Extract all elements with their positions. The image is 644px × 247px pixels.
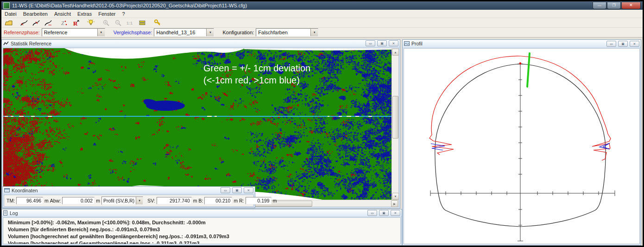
zoom-out-icon — [114, 19, 122, 26]
statistik-maximize-button[interactable] — [377, 40, 387, 46]
abw-label: Abw: — [50, 198, 61, 203]
r-label: R: — [239, 198, 244, 203]
log-line: Minimum [>0.00%]: -0.062m, Maximum [<100… — [8, 219, 400, 226]
menu-extras[interactable]: Extras — [74, 11, 95, 17]
compare-phase-value: Handheld_13_16 — [154, 30, 206, 35]
statistik-titlebar[interactable]: Statistik Reference — [2, 40, 400, 47]
zoom-1to1-icon: 1:1 — [126, 20, 134, 26]
log-minimize-button[interactable] — [367, 210, 377, 216]
statistik-body: Green = +/- 1cm deviation (<-1cm red, >1… — [3, 48, 399, 207]
log-titlebar[interactable]: Log — [2, 209, 402, 217]
profil-close-button[interactable] — [630, 41, 639, 47]
config-select[interactable]: Falschfarben ▼ — [256, 28, 318, 37]
koordinaten-window: Koordinaten TM: 96.496 m Abw: 0.002 m Pr… — [2, 186, 255, 208]
b-label: B: — [199, 198, 203, 203]
interpolate-button[interactable]: Z — [57, 18, 69, 28]
scroll-right-icon[interactable]: ▶ — [391, 200, 398, 207]
menu-datei[interactable]: Datei — [1, 11, 20, 17]
scroll-down-icon[interactable]: ▼ — [392, 193, 399, 200]
koordinaten-minimize-button[interactable] — [221, 187, 230, 193]
log-title: Log — [10, 210, 18, 216]
reference-phase-select[interactable]: Reference ▼ — [42, 28, 105, 37]
config-value: Falschfarben — [256, 30, 310, 35]
chevron-down-icon[interactable]: ▼ — [206, 29, 214, 36]
abw-value-field[interactable]: 0.002 — [62, 197, 95, 204]
zoom-1to1-button[interactable]: 1:1 — [124, 18, 136, 28]
log-maximize-button[interactable] — [379, 210, 389, 216]
statistik-icon — [3, 41, 9, 46]
crown-point — [519, 63, 522, 65]
maximize-button[interactable] — [607, 2, 621, 9]
sv-value-field[interactable]: 2917.740 — [157, 197, 192, 204]
statistik-minimize-button[interactable] — [366, 40, 375, 46]
open-folder-icon — [5, 19, 13, 26]
vertical-scrollbar[interactable]: ▲ ▼ — [391, 48, 398, 200]
b-value-field[interactable]: 00.210 — [204, 197, 232, 204]
statistik-close-button[interactable] — [389, 40, 398, 46]
deviation-heatmap[interactable] — [3, 48, 391, 200]
svg-text:1:1: 1:1 — [126, 21, 133, 25]
log-icon — [3, 210, 8, 215]
menu-help[interactable]: ? — [119, 11, 128, 17]
tm-value-field[interactable]: 96.496 — [16, 197, 43, 204]
vertical-scroll-thumb[interactable] — [392, 96, 398, 139]
abw-unit: m — [96, 198, 100, 203]
bulb-icon — [87, 19, 95, 26]
koordinaten-body: TM: 96.496 m Abw: 0.002 m Profil (SV,B,R… — [4, 195, 254, 207]
chevron-down-icon[interactable]: ▼ — [136, 197, 143, 204]
key-button[interactable] — [152, 18, 164, 28]
coordinate-mode-select[interactable]: Profil (SV,B,R) ▼ — [101, 196, 143, 205]
light-button[interactable] — [85, 18, 97, 28]
report-button[interactable]: R — [69, 18, 82, 28]
profil-minimize-button[interactable] — [606, 41, 616, 47]
app-icon — [3, 2, 10, 9]
profile-line-red-icon — [32, 19, 40, 26]
sv-unit: m — [193, 198, 197, 203]
menu-bar: Datei Bearbeiten Ansicht Extras Fenster … — [1, 10, 643, 18]
legend-button[interactable] — [136, 18, 148, 28]
profile-tool-1-button[interactable] — [18, 18, 30, 28]
koordinaten-titlebar[interactable]: Koordinaten — [3, 187, 255, 194]
zoom-in-button[interactable] — [100, 18, 112, 28]
profile-line-dash-icon — [44, 19, 52, 26]
coordinate-mode-value: Profil (SV,B,R) — [102, 198, 136, 203]
reference-phase-value: Reference — [42, 30, 97, 35]
log-close-button[interactable] — [391, 210, 400, 216]
left-overbreak-spike — [429, 135, 454, 155]
r-value-field[interactable]: 0.199 — [246, 197, 271, 204]
compare-phase-select[interactable]: Handheld_13_16 ▼ — [154, 28, 214, 37]
svg-text:R: R — [73, 20, 78, 26]
tm-label: TM: — [6, 198, 15, 203]
koordinaten-close-button[interactable] — [244, 187, 253, 193]
window-frame: 11-WS (E:\Dibit5\DataTest\Handheld\2012-… — [1, 1, 643, 246]
close-button[interactable] — [621, 2, 641, 9]
profile-tool-3-button[interactable] — [42, 18, 54, 28]
scroll-up-icon[interactable]: ▲ — [392, 49, 399, 56]
profil-titlebar[interactable]: Profil — [403, 40, 641, 48]
menu-bearbeiten[interactable]: Bearbeiten — [20, 11, 51, 17]
koordinaten-maximize-button[interactable] — [232, 187, 242, 193]
profil-icon — [404, 41, 410, 46]
statistik-window: Statistik Reference Green = +/- 1cm devi… — [1, 39, 400, 209]
chevron-down-icon[interactable]: ▼ — [97, 29, 105, 36]
annotation-line-1: Green = +/- 1cm deviation — [203, 62, 310, 74]
statistik-title: Statistik Reference — [11, 41, 51, 46]
profile-tool-2-button[interactable] — [30, 18, 42, 28]
tunnel-profile-plot[interactable] — [404, 49, 640, 244]
zoom-out-button[interactable] — [112, 18, 124, 28]
koordinaten-title: Koordinaten — [12, 188, 38, 193]
minimize-button[interactable] — [593, 2, 606, 9]
reference-phase-label: Referenzphase: — [4, 30, 40, 35]
window-title: 11-WS (E:\Dibit5\DataTest\Handheld\2012-… — [12, 3, 589, 8]
chevron-down-icon[interactable]: ▼ — [310, 29, 318, 36]
workspace: Statistik Reference Green = +/- 1cm devi… — [1, 38, 643, 246]
profile-axes — [430, 64, 615, 241]
menu-ansicht[interactable]: Ansicht — [51, 11, 74, 17]
heatmap-viewport[interactable]: Green = +/- 1cm deviation (<-1cm red, >1… — [3, 48, 391, 200]
menu-fenster[interactable]: Fenster — [95, 11, 119, 17]
koordinaten-icon — [4, 188, 10, 192]
profil-maximize-button[interactable] — [618, 41, 628, 47]
open-file-button[interactable] — [3, 18, 15, 28]
toolbar: Z R 1:1 — [1, 18, 643, 28]
profile-line-icon — [20, 19, 28, 26]
